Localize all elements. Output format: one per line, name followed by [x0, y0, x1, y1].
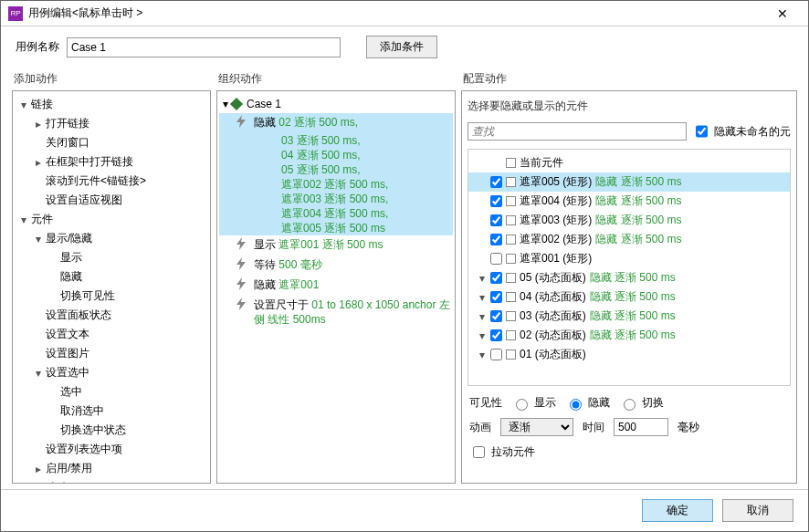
action-tree-item[interactable]: 显示	[15, 248, 208, 267]
action-label: 显示 遮罩001 逐渐 500 ms	[252, 237, 383, 254]
widget-label: 05 (动态面板)	[520, 270, 586, 286]
action-tree-item[interactable]: ▾显示/隐藏	[15, 229, 208, 248]
titlebar: RP 用例编辑<鼠标单击时 > ✕	[1, 1, 808, 26]
widget-tree-row[interactable]: ▾04 (动态面板) 隐藏 逐渐 500 ms	[468, 287, 790, 307]
widget-label: 03 (动态面板)	[520, 308, 586, 324]
tree-item-label: 元件	[29, 212, 53, 227]
case-action-row[interactable]: 等待 500 毫秒	[219, 256, 453, 276]
widget-tree-row[interactable]: 当前元件	[468, 153, 790, 172]
case-action-row[interactable]: 显示 遮罩001 逐渐 500 ms	[219, 235, 453, 256]
widget-tree-row[interactable]: ▾05 (动态面板) 隐藏 逐渐 500 ms	[468, 268, 790, 287]
action-tree-item[interactable]: 设置文本	[15, 325, 208, 344]
action-tree-item[interactable]: 隐藏	[15, 267, 208, 287]
radio-hide[interactable]: 隐藏	[565, 395, 610, 411]
widget-label: 遮罩004 (矩形)	[520, 193, 592, 209]
action-tree-item[interactable]: ▾设置选中	[15, 363, 208, 382]
widget-effect-label: 隐藏 逐渐 500 ms	[595, 193, 681, 209]
widget-label: 遮罩001 (矩形)	[520, 251, 592, 266]
case-name-input[interactable]	[67, 37, 341, 57]
tree-item-label: 滚动到元件<锚链接>	[44, 173, 146, 189]
tree-item-label: 关闭窗口	[44, 135, 89, 151]
widget-tree[interactable]: 当前元件遮罩005 (矩形) 隐藏 逐渐 500 ms遮罩004 (矩形) 隐藏…	[468, 149, 791, 386]
widget-checkbox[interactable]	[490, 329, 502, 341]
add-condition-button[interactable]: 添加条件	[366, 36, 437, 58]
case-row[interactable]: ▾Case 1	[219, 95, 453, 113]
widget-tree-row[interactable]: 遮罩004 (矩形) 隐藏 逐渐 500 ms	[468, 192, 790, 211]
widget-shape-icon	[506, 330, 516, 340]
case-action-row[interactable]: 隐藏 遮罩001	[219, 276, 453, 296]
widget-tree-row[interactable]: ▾02 (动态面板) 隐藏 逐渐 500 ms	[468, 326, 790, 345]
window-title: 用例编辑<鼠标单击时 >	[28, 5, 764, 21]
action-tree-item[interactable]: 切换可见性	[15, 287, 208, 306]
action-tree-item[interactable]: 移动	[15, 478, 208, 484]
action-line: 遮罩003 逐渐 500 ms,	[219, 192, 453, 206]
widget-checkbox[interactable]	[490, 176, 502, 188]
widget-checkbox[interactable]	[490, 195, 502, 207]
case-action-row[interactable]: 隐藏 02 逐渐 500 ms,	[219, 113, 453, 133]
hide-unnamed-checkbox[interactable]: 隐藏未命名的元	[692, 120, 791, 143]
cancel-button[interactable]: 取消	[722, 499, 793, 522]
time-input[interactable]	[614, 418, 668, 436]
action-tree-item[interactable]: ▾元件	[15, 210, 208, 229]
action-tree-item[interactable]: 设置自适应视图	[15, 191, 208, 210]
case-label: Case 1	[247, 97, 281, 111]
action-line: 遮罩004 逐渐 500 ms,	[219, 206, 453, 221]
tree-item-label: 取消选中	[58, 403, 104, 419]
widget-shape-icon	[506, 158, 516, 168]
widget-tree-row[interactable]: ▾01 (动态面板)	[468, 345, 790, 364]
tree-item-label: 设置面板状态	[44, 308, 111, 323]
widget-tree-row[interactable]: 遮罩005 (矩形) 隐藏 逐渐 500 ms	[468, 172, 790, 192]
action-tree-item[interactable]: 切换选中状态	[15, 421, 208, 440]
widget-shape-icon	[506, 311, 516, 321]
action-tree-item[interactable]: 关闭窗口	[15, 133, 208, 152]
radio-show[interactable]: 显示	[511, 395, 556, 411]
tree-arrow-icon: ▾	[18, 99, 29, 111]
widget-tree-row[interactable]: 遮罩003 (矩形) 隐藏 逐渐 500 ms	[468, 211, 790, 230]
widget-checkbox[interactable]	[490, 291, 502, 303]
tree-item-label: 移动	[44, 480, 68, 484]
tree-arrow-icon: ▾	[478, 272, 487, 285]
config-action-head: 配置动作	[461, 68, 797, 90]
tree-arrow-icon: ▸	[33, 156, 44, 169]
widget-shape-icon	[506, 254, 516, 264]
bolt-icon	[236, 257, 247, 274]
action-tree-item[interactable]: 设置图片	[15, 344, 208, 363]
organize-action-panel[interactable]: ▾Case 1隐藏 02 逐渐 500 ms,03 逐渐 500 ms,04 逐…	[216, 90, 456, 484]
action-label: 等待 500 毫秒	[252, 257, 322, 274]
widget-tree-row[interactable]: ▾03 (动态面板) 隐藏 逐渐 500 ms	[468, 307, 790, 326]
action-tree-item[interactable]: 设置列表选中项	[15, 440, 208, 459]
action-tree-item[interactable]: ▸在框架中打开链接	[15, 152, 208, 172]
widget-tree-row[interactable]: 遮罩002 (矩形) 隐藏 逐渐 500 ms	[468, 230, 790, 249]
action-line: 05 逐渐 500 ms,	[219, 162, 453, 177]
case-name-label: 用例名称	[16, 39, 59, 55]
radio-toggle[interactable]: 切换	[619, 395, 664, 411]
widget-tree-row[interactable]: 遮罩001 (矩形)	[468, 249, 790, 268]
app-icon: RP	[8, 6, 23, 21]
widget-checkbox[interactable]	[490, 272, 502, 284]
add-action-panel[interactable]: ▾链接▸打开链接关闭窗口▸在框架中打开链接滚动到元件<锚链接>设置自适应视图▾元…	[12, 90, 211, 484]
anim-select[interactable]: 逐渐	[500, 418, 573, 436]
tree-arrow-icon: ▾	[223, 97, 228, 111]
pull-checkbox[interactable]: 拉动元件	[469, 443, 535, 461]
widget-checkbox[interactable]	[490, 214, 502, 226]
action-tree-item[interactable]: ▸启用/禁用	[15, 459, 208, 478]
widget-effect-label: 隐藏 逐渐 500 ms	[595, 174, 681, 190]
close-button[interactable]: ✕	[764, 6, 801, 21]
widget-checkbox[interactable]	[490, 310, 502, 322]
action-tree-item[interactable]: ▸打开链接	[15, 114, 208, 133]
animation-row: 动画 逐渐 时间 毫秒	[469, 418, 789, 436]
ok-button[interactable]: 确定	[642, 499, 713, 522]
action-tree-item[interactable]: 设置面板状态	[15, 306, 208, 325]
action-tree-item[interactable]: 滚动到元件<锚链接>	[15, 172, 208, 191]
tree-item-label: 在框架中打开链接	[44, 154, 133, 170]
search-input[interactable]	[468, 122, 687, 141]
hide-unnamed-checkbox-input[interactable]	[696, 122, 708, 141]
widget-checkbox[interactable]	[490, 349, 502, 360]
action-tree-item[interactable]: 选中	[15, 382, 208, 402]
case-action-row[interactable]: 设置尺寸于 01 to 1680 x 1050 anchor 左侧 线性 500…	[219, 296, 453, 329]
widget-checkbox[interactable]	[490, 253, 502, 265]
action-tree-item[interactable]: ▾链接	[15, 95, 208, 114]
action-tree-item[interactable]: 取消选中	[15, 402, 208, 421]
widget-checkbox[interactable]	[490, 234, 502, 245]
widget-label: 02 (动态面板)	[520, 328, 586, 343]
